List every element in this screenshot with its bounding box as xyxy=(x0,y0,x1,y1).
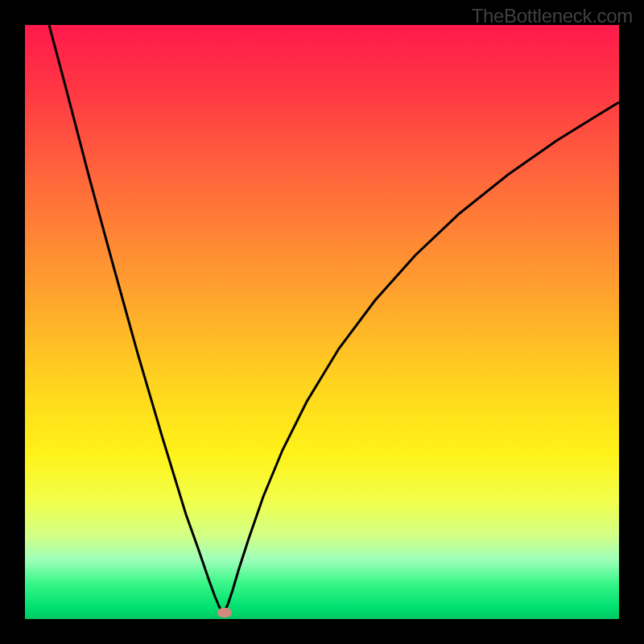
curve-layer xyxy=(25,25,619,619)
minimum-marker-icon xyxy=(217,608,232,617)
plot-area xyxy=(25,25,619,619)
watermark-text: TheBottleneck.com xyxy=(472,5,633,27)
chart-container: TheBottleneck.com xyxy=(0,0,644,644)
bottleneck-curve xyxy=(49,25,619,613)
